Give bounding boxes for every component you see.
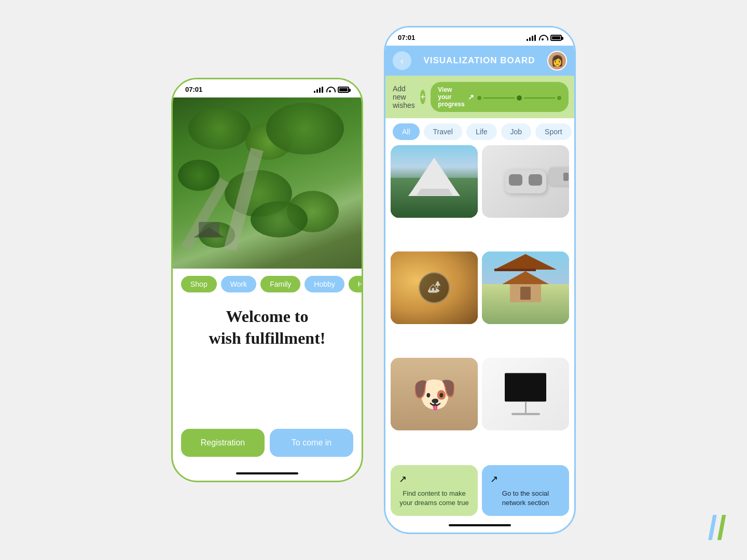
battery-icon	[338, 87, 349, 93]
tag-work[interactable]: Work	[221, 276, 256, 292]
progress-line-1	[483, 97, 515, 99]
time-right: 07:01	[398, 34, 415, 41]
signal-icon-right	[527, 35, 536, 41]
arrow-social: ↗	[490, 473, 498, 485]
status-icons-right	[527, 35, 562, 41]
wish-image-grid: 🏕 🐶	[385, 145, 574, 465]
progress-line-2	[524, 97, 555, 99]
welcome-title: Welcome to wish fulfillment!	[183, 306, 351, 349]
filter-tabs: All Travel Life Job Sport	[385, 118, 574, 145]
home-indicator-right	[449, 524, 511, 526]
dot-2	[517, 95, 522, 101]
add-wish-button[interactable]: +	[420, 90, 426, 104]
signal-icon	[314, 87, 323, 93]
tag-health[interactable]: Health	[349, 276, 362, 292]
back-button[interactable]: ‹	[393, 51, 411, 70]
tag-shop[interactable]: Shop	[181, 276, 217, 292]
welcome-section: Welcome to wish fulfillment!	[173, 298, 362, 429]
registration-button[interactable]: Registration	[181, 429, 265, 457]
avatar[interactable]: 👩	[547, 51, 567, 71]
status-bar-right: 07:01	[385, 27, 574, 46]
filter-travel[interactable]: Travel	[424, 123, 462, 140]
status-icons-left	[314, 87, 349, 93]
status-bar-left: 07:01	[173, 79, 362, 97]
grid-item-vr[interactable]	[482, 145, 569, 218]
dot-3	[557, 96, 561, 100]
filter-job[interactable]: Job	[501, 123, 532, 140]
cta-row: ↗ Find content to make your dreams come …	[385, 465, 574, 524]
tag-family[interactable]: Family	[260, 276, 300, 292]
arrow-find-content: ↗	[399, 473, 407, 485]
progress-label: View your progress	[438, 86, 464, 108]
progress-section: Add new wishes + View your progress ↗	[385, 76, 574, 118]
filter-all[interactable]: All	[393, 123, 420, 140]
cta-social-text: Go to the social network section	[490, 489, 561, 508]
wifi-icon	[326, 87, 334, 92]
cta-social-network[interactable]: ↗ Go to the social network section	[482, 465, 569, 516]
come-in-button[interactable]: To come in	[270, 429, 353, 457]
right-phone: 07:01 ‹ VISUALIZATION BOARD 👩 Add new wi…	[384, 26, 576, 534]
time-left: 07:01	[185, 86, 202, 93]
add-wishes-label: Add new wishes	[393, 85, 415, 109]
cta-find-content-text: Find content to make your dreams come tr…	[399, 489, 469, 508]
dot-1	[477, 96, 481, 100]
view-progress-button[interactable]: View your progress ↗	[431, 82, 568, 112]
arrow-icon: ↗	[468, 93, 474, 101]
filter-sport[interactable]: Sport	[535, 123, 571, 140]
tags-row: Shop Work Family Hobby Health	[173, 269, 362, 298]
progress-dots	[477, 93, 561, 103]
decorative-slashes: //	[708, 511, 726, 544]
viz-title: VISUALIZATION BOARD	[423, 55, 535, 66]
battery-icon-right	[550, 35, 562, 41]
aerial-forest-image	[173, 97, 362, 269]
action-buttons: Registration To come in	[173, 429, 362, 472]
grid-item-tv[interactable]	[482, 358, 569, 430]
cta-find-content[interactable]: ↗ Find content to make your dreams come …	[391, 465, 478, 516]
slash-blue: /	[708, 509, 717, 547]
grid-item-temple[interactable]	[482, 251, 569, 324]
filter-life[interactable]: Life	[466, 123, 497, 140]
grid-item-mountain[interactable]	[391, 145, 478, 218]
left-phone: 07:01	[171, 78, 363, 482]
home-indicator-left	[236, 472, 298, 474]
grid-item-puppy[interactable]: 🐶	[391, 358, 478, 430]
viz-header: ‹ VISUALIZATION BOARD 👩	[385, 46, 574, 76]
grid-item-tent[interactable]: 🏕	[391, 251, 478, 324]
slash-green: /	[717, 509, 726, 547]
wifi-icon-right	[539, 35, 546, 40]
tag-hobby[interactable]: Hobby	[305, 276, 344, 292]
